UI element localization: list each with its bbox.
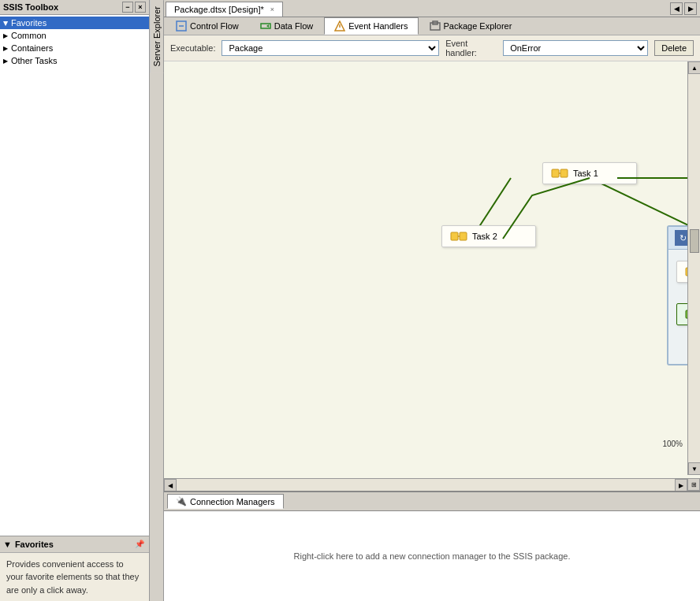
designer-toolbar: Executable: Package Event handler: OnErr… [164, 35, 700, 61]
vertical-scrollbar[interactable]: ▲ ▼ [687, 61, 700, 475]
tab-close-btn[interactable]: × [270, 6, 274, 13]
tab-package-explorer-label: Package Explorer [444, 21, 512, 31]
tree-item-other-tasks-label: Other Tasks [11, 56, 58, 65]
svg-marker-3 [266, 24, 269, 28]
triangle-icon: ▶ [3, 45, 8, 52]
scroll-right-btn[interactable]: ▶ [675, 479, 687, 491]
task-node-2[interactable]: Task 2 [441, 225, 536, 247]
triangle-icon: ▶ [3, 58, 8, 65]
main-content: Package.dtsx [Design]* × ◀ ▶ Control Flo… [164, 0, 700, 601]
svg-text:↻: ↻ [680, 233, 687, 243]
triangle-icon: ▶ [3, 32, 8, 39]
horizontal-scrollbar[interactable]: ◀ ▶ [164, 478, 687, 491]
executable-label: Executable: [170, 43, 215, 53]
toolbox-pin-btn[interactable]: − [122, 2, 133, 13]
tab-nav-left-btn[interactable]: ◀ [670, 2, 683, 15]
scroll-track-horizontal[interactable] [177, 479, 675, 491]
connection-managers-icon: 🔌 [176, 496, 187, 506]
favorites-title: ▼ Favorites [3, 540, 54, 549]
task1-label: Task 1 [573, 169, 598, 178]
toolbox-title: SSIS Toolbox [3, 2, 58, 12]
app-sidebar: Server Explorer [150, 0, 164, 601]
bottom-tab-bar: 🔌 Connection Managers [164, 492, 700, 511]
tab-nav-right-btn[interactable]: ▶ [684, 2, 697, 15]
inner-tabs: Control Flow Data Flow Event Handlers Pa… [164, 17, 700, 35]
document-tab[interactable]: Package.dtsx [Design]* × [166, 2, 283, 17]
outer-connector-svg [164, 61, 700, 491]
toolbox-close-btn[interactable]: × [135, 2, 146, 13]
toolbox-tree: ▶ Favorites ▶ Common ▶ Containers ▶ Othe… [0, 15, 149, 536]
tab-bar: Package.dtsx [Design]* × ◀ ▶ [164, 0, 700, 17]
tab-right-buttons: ◀ ▶ [670, 2, 700, 17]
scroll-corner-btn[interactable]: ⊞ [687, 478, 700, 491]
svg-line-9 [590, 178, 700, 231]
delete-button[interactable]: Delete [654, 40, 694, 56]
document-tab-label: Package.dtsx [Design]* [174, 5, 264, 14]
tab-data-flow-label: Data Flow [274, 21, 314, 31]
event-handlers-icon [334, 20, 345, 32]
tab-control-flow[interactable]: Control Flow [166, 17, 249, 35]
collapse-icon: ▼ [3, 540, 12, 549]
event-handler-select[interactable]: OnError [503, 40, 648, 56]
tree-item-common-label: Common [11, 31, 47, 40]
package-explorer-icon [430, 20, 441, 32]
tab-event-handlers-label: Event Handlers [348, 21, 408, 31]
connection-managers-label: Connection Managers [190, 497, 275, 506]
tab-control-flow-label: Control Flow [190, 21, 239, 31]
connector-svg [164, 61, 700, 491]
executable-select[interactable]: Package [222, 40, 439, 56]
connection-managers-tab[interactable]: 🔌 Connection Managers [167, 494, 284, 509]
toolbox-header-actions: − × [122, 2, 146, 13]
tree-item-favorites-label: Favorites [11, 18, 47, 28]
task2-label: Task 2 [472, 232, 497, 241]
design-canvas: Task 1 Task 2 [164, 61, 700, 491]
tree-item-other-tasks[interactable]: ▶ Other Tasks [0, 54, 149, 67]
svg-rect-13 [560, 169, 568, 177]
tree-item-common[interactable]: ▶ Common [0, 29, 149, 42]
scroll-track-vertical[interactable] [688, 74, 700, 462]
zoom-label: 100% [662, 440, 683, 448]
favorites-pin-btn[interactable]: 📌 [133, 538, 146, 551]
tab-data-flow[interactable]: Data Flow [250, 17, 324, 35]
tree-item-containers-label: Containers [11, 43, 53, 53]
toolbox-header: SSIS Toolbox − × [0, 0, 149, 15]
favorites-panel: ▼ Favorites 📌 Provides convenient access… [0, 536, 149, 602]
tab-package-explorer[interactable]: Package Explorer [419, 17, 523, 35]
data-flow-icon [260, 20, 271, 32]
tree-item-favorites[interactable]: ▶ Favorites [0, 17, 149, 29]
connection-managers-content[interactable]: Right-click here to add a new connection… [164, 511, 700, 601]
svg-rect-12 [552, 169, 559, 177]
scroll-thumb-vertical[interactable] [690, 229, 699, 253]
task-node-1[interactable]: Task 1 [542, 162, 637, 184]
server-explorer-tab[interactable]: Server Explorer [150, 0, 164, 72]
favorites-header: ▼ Favorites 📌 [0, 536, 149, 553]
svg-rect-15 [451, 232, 458, 240]
tab-event-handlers[interactable]: Event Handlers [324, 17, 418, 35]
event-handler-label: Event handler: [445, 39, 497, 58]
bottom-panel: 🔌 Connection Managers Right-click here t… [164, 491, 700, 601]
favorites-description: Provides convenient access to your favor… [0, 553, 149, 602]
tree-item-containers[interactable]: ▶ Containers [0, 42, 149, 54]
scroll-down-btn[interactable]: ▼ [688, 462, 700, 475]
task2-icon [450, 229, 467, 243]
designer-area: Executable: Package Event handler: OnErr… [164, 35, 700, 601]
scroll-up-btn[interactable]: ▲ [688, 61, 700, 74]
svg-rect-2 [261, 24, 270, 28]
triangle-icon: ▶ [2, 20, 9, 25]
connection-managers-hint: Right-click here to add a new connection… [294, 551, 571, 561]
ssis-toolbox: SSIS Toolbox − × ▶ Favorites ▶ Common ▶ … [0, 0, 150, 601]
scroll-left-btn[interactable]: ◀ [164, 479, 177, 491]
control-flow-icon [176, 20, 187, 32]
svg-rect-16 [460, 232, 467, 240]
task1-icon [551, 166, 568, 180]
